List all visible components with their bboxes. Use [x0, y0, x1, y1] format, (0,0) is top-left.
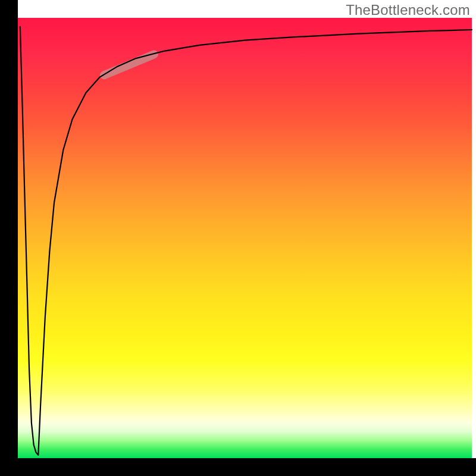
data-curve	[20, 27, 472, 455]
x-axis	[0, 458, 476, 476]
watermark-text: TheBottleneck.com	[346, 2, 470, 18]
chart-frame: TheBottleneck.com	[0, 0, 476, 476]
chart-svg	[18, 18, 472, 458]
highlight-segment	[104, 54, 154, 75]
y-axis	[0, 0, 18, 476]
right-margin	[472, 0, 476, 458]
